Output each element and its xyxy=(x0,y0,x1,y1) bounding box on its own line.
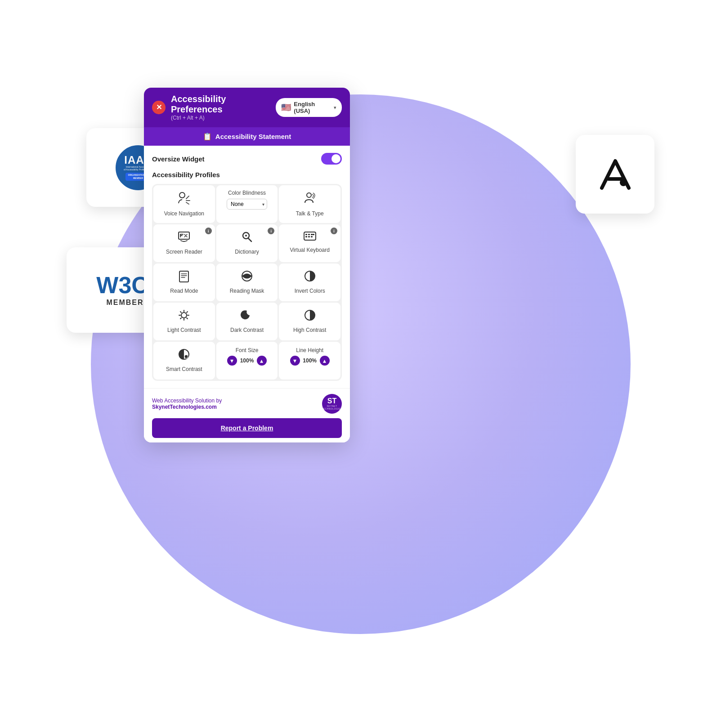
svg-rect-8 xyxy=(305,234,307,235)
accessibility-statement-bar[interactable]: 📋 Accessibility Statement xyxy=(144,127,350,146)
dictionary-label: Dictionary xyxy=(235,249,259,255)
arrow-symbol xyxy=(597,156,633,192)
flag-icon: 🇺🇸 xyxy=(281,103,291,112)
high-contrast-icon xyxy=(304,309,316,325)
dictionary-card[interactable]: i Dictionary xyxy=(216,224,278,262)
arrow-icon-card xyxy=(576,135,654,214)
virtual-keyboard-card[interactable]: i xyxy=(279,224,340,262)
w3c-member-label: MEMBER xyxy=(106,299,143,307)
dark-contrast-card[interactable]: Dark Contrast xyxy=(216,303,278,340)
virtual-keyboard-icon xyxy=(303,231,317,245)
svg-line-27 xyxy=(187,318,188,319)
light-contrast-icon xyxy=(178,309,190,325)
voice-navigation-card[interactable]: Voice Navigation xyxy=(153,185,215,223)
svg-point-6 xyxy=(245,235,247,237)
features-row-5: Smart Contrast Font Size ▾ 100% ▴ Line H… xyxy=(153,342,340,380)
read-mode-label: Read Mode xyxy=(170,288,198,294)
dictionary-info-badge: i xyxy=(268,228,274,234)
widget-footer: Web Accessibility Solution by SkynetTech… xyxy=(144,388,350,442)
report-problem-button[interactable]: Report a Problem xyxy=(152,418,342,438)
svg-line-5 xyxy=(248,238,251,241)
oversize-label: Oversize Widget xyxy=(152,155,205,163)
keyboard-shortcut: (Ctrl + Alt + A) xyxy=(171,115,276,121)
header-left: ✕ Accessibility Preferences (Ctrl + Alt … xyxy=(152,94,276,121)
font-size-value: 100% xyxy=(239,357,255,364)
language-label: English (USA) xyxy=(294,101,331,114)
font-size-decrease-button[interactable]: ▾ xyxy=(227,356,237,366)
svg-rect-15 xyxy=(179,271,188,282)
high-contrast-card[interactable]: High Contrast xyxy=(279,303,340,340)
line-height-card: Line Height ▾ 100% ▴ xyxy=(279,342,340,380)
color-blindness-select[interactable]: None xyxy=(227,199,267,210)
light-contrast-label: Light Contrast xyxy=(167,327,201,333)
profiles-row-1: Voice Navigation Color Blindness None ▾ xyxy=(153,185,340,223)
line-height-decrease-button[interactable]: ▾ xyxy=(290,356,300,366)
invert-colors-icon xyxy=(304,270,316,286)
smart-contrast-card[interactable]: Smart Contrast xyxy=(153,342,215,380)
footer-branding: Web Accessibility Solution by SkynetTech… xyxy=(152,394,342,414)
line-height-stepper: ▾ 100% ▴ xyxy=(290,356,330,366)
smart-contrast-label: Smart Contrast xyxy=(166,366,202,372)
svg-point-21 xyxy=(181,313,187,318)
language-selector[interactable]: 🇺🇸 English (USA) ▾ xyxy=(276,98,342,117)
dark-contrast-label: Dark Contrast xyxy=(230,327,264,333)
read-mode-card[interactable]: Read Mode xyxy=(153,264,215,301)
statement-icon: 📋 xyxy=(203,132,212,141)
svg-rect-12 xyxy=(308,236,310,237)
invert-colors-label: Invert Colors xyxy=(295,288,325,294)
statement-label: Accessibility Statement xyxy=(215,133,291,140)
dark-contrast-icon xyxy=(241,309,253,325)
screen-reader-label: Screen Reader xyxy=(166,249,202,255)
features-row-4: Light Contrast Dark Contrast xyxy=(153,303,340,340)
color-blindness-card[interactable]: Color Blindness None ▾ xyxy=(216,185,278,223)
talk-type-icon xyxy=(303,192,317,208)
talk-type-label: Talk & Type xyxy=(296,210,324,217)
branding-link[interactable]: SkynetTechnologies.com xyxy=(152,404,222,410)
svg-rect-14 xyxy=(313,234,314,235)
oversize-widget-row: Oversize Widget xyxy=(152,153,342,165)
smart-contrast-icon xyxy=(178,348,190,364)
virtual-keyboard-info-badge: i xyxy=(331,228,337,234)
close-button[interactable]: ✕ xyxy=(152,101,166,114)
st-logo: ST SKYNET TECHNOLOGIES xyxy=(322,394,342,414)
color-blindness-select-wrapper: None ▾ xyxy=(227,199,267,210)
font-size-increase-button[interactable]: ▴ xyxy=(257,356,267,366)
footer-text-block: Web Accessibility Solution by SkynetTech… xyxy=(152,397,222,410)
font-size-card: Font Size ▾ 100% ▴ xyxy=(216,342,278,380)
features-row-2: i Screen Reader i xyxy=(153,224,340,262)
screen-reader-icon xyxy=(177,231,191,246)
chevron-down-icon: ▾ xyxy=(334,105,336,111)
invert-colors-card[interactable]: Invert Colors xyxy=(279,264,340,301)
line-height-increase-button[interactable]: ▴ xyxy=(320,356,330,366)
talk-and-type-card[interactable]: Talk & Type xyxy=(279,185,340,223)
svg-rect-7 xyxy=(304,232,316,240)
svg-line-29 xyxy=(180,318,181,319)
read-mode-icon xyxy=(178,270,190,286)
screen-reader-info-badge: i xyxy=(205,228,212,234)
svg-line-28 xyxy=(187,312,188,313)
virtual-keyboard-label: Virtual Keyboard xyxy=(290,247,330,253)
profiles-grid-section: Voice Navigation Color Blindness None ▾ xyxy=(152,184,342,381)
reading-mask-card[interactable]: Reading Mask xyxy=(216,264,278,301)
dictionary-icon xyxy=(241,231,253,246)
page-container: IAAP International Associationof Accessi… xyxy=(0,0,721,728)
svg-line-26 xyxy=(180,312,181,313)
toggle-knob xyxy=(331,154,340,163)
svg-point-1 xyxy=(179,192,185,198)
st-logo-text: ST xyxy=(327,397,336,405)
line-height-label: Line Height xyxy=(296,347,323,353)
accessibility-widget: ✕ Accessibility Preferences (Ctrl + Alt … xyxy=(144,88,350,442)
voice-navigation-icon xyxy=(177,192,191,208)
svg-point-2 xyxy=(307,193,311,197)
screen-reader-card[interactable]: i Screen Reader xyxy=(153,224,215,262)
light-contrast-card[interactable]: Light Contrast xyxy=(153,303,215,340)
font-size-stepper: ▾ 100% ▴ xyxy=(227,356,267,366)
svg-point-0 xyxy=(620,179,627,186)
svg-rect-13 xyxy=(311,236,313,237)
widget-body: Oversize Widget Accessibility Profiles xyxy=(144,146,350,388)
font-size-label: Font Size xyxy=(236,347,259,353)
high-contrast-label: High Contrast xyxy=(293,327,326,333)
oversize-toggle[interactable] xyxy=(321,153,342,165)
profiles-section-title: Accessibility Profiles xyxy=(152,171,342,179)
svg-rect-11 xyxy=(305,236,307,237)
